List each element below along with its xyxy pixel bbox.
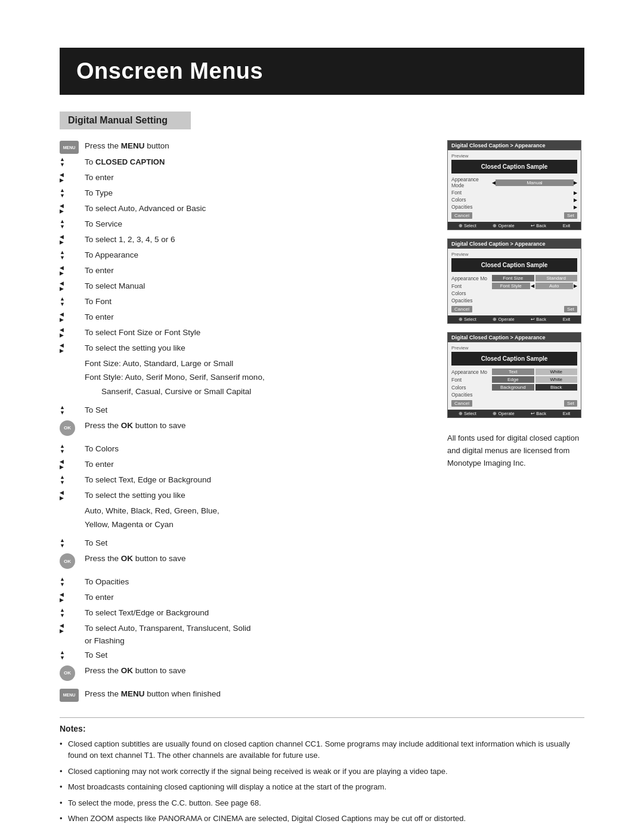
screen2-cancel-btn[interactable]: Cancel	[451, 306, 472, 312]
screen1-caption-sample: Closed Caption Sample	[451, 160, 577, 174]
arrow-ud-icon-4	[60, 249, 85, 261]
screen1-row-font: Font ▶	[451, 190, 577, 196]
screen3-footer-operate: ⊕ Operate	[493, 411, 514, 416]
instr-text-opacity-opts: To select Auto, Transparent, Translucent…	[85, 623, 429, 647]
arrow-ud-icon-3	[60, 218, 85, 230]
ok-btn-graphic-3: OK	[60, 665, 75, 681]
arrow-ud-icon-2	[60, 187, 85, 199]
arrow-lr-icon-11	[60, 592, 85, 603]
arrow-lr-icon-4	[60, 265, 85, 276]
screen1-font-arrow: ▶	[574, 190, 577, 196]
screen3-row-font: Font Edge White	[451, 376, 577, 383]
instr-appearance: To Appearance	[60, 249, 429, 262]
screen2-header: Digital Closed Caption > Appearance	[448, 239, 581, 249]
screen1-header: Digital Closed Caption > Appearance	[448, 141, 581, 150]
screen1-right-arrow: ▶	[574, 180, 577, 185]
arrow-ud-icon-10	[60, 576, 85, 587]
screen3-cancel-btn[interactable]: Cancel	[451, 400, 472, 407]
screen1-cancel-btn[interactable]: Cancel	[451, 212, 472, 219]
screen2-preview-label: Preview	[451, 252, 577, 257]
instr-text-setting2: To select the setting you like	[85, 490, 429, 501]
instr-1-6: To select 1, 2, 3, 4, 5 or 6	[60, 234, 429, 247]
screen2-footer-select: ⊕ Select	[459, 317, 476, 322]
instructions-column: MENU Press the MENU button To CLOSED CAP…	[60, 140, 429, 704]
instr-text-set2: To Set	[85, 537, 429, 549]
instr-menu-finish: MENU Press the MENU button when finished	[60, 688, 429, 702]
menu-button-icon-2: MENU	[60, 688, 85, 702]
screen3-val-edge: Edge	[492, 376, 534, 383]
instr-text-colors: To Colors	[85, 443, 429, 455]
screen2-row-colors: Colors	[451, 290, 577, 296]
instr-text-ok1: Press the OK button to save	[85, 420, 429, 432]
note-item-4: To select the mode, press the C.C. butto…	[60, 797, 584, 809]
instr-ok-save-1: OK Press the OK button to save	[60, 420, 429, 436]
screen2-row-opacities: Opacities	[451, 298, 577, 304]
screen1-footer-back: ↩ Back	[531, 223, 546, 228]
arrow-ud-icon-1	[60, 156, 85, 168]
arrow-ud-icon-8	[60, 474, 85, 485]
menu-btn-graphic-2: MENU	[60, 689, 79, 702]
screen3-val-bg: Background	[492, 384, 534, 391]
arrow-ud-icon-6	[60, 404, 85, 416]
screen2-val-standard: Standard	[535, 275, 578, 281]
screen1-footer-select: ⊕ Select	[459, 223, 476, 228]
screen1-label-colors: Colors	[451, 197, 492, 203]
instr-text-enter2: To enter	[85, 265, 429, 277]
arrow-ud-icon-5	[60, 296, 85, 307]
arrow-lr-icon-12	[60, 623, 85, 634]
screen2-footer-operate: ⊕ Operate	[493, 317, 514, 322]
arrow-lr-icon-6	[60, 311, 85, 323]
screen2-label-font: Font	[451, 283, 492, 289]
instr-enter-3: To enter	[60, 311, 429, 324]
instr-text-manual: To select Manual	[85, 280, 429, 292]
ok-button-icon-1: OK	[60, 420, 85, 436]
screen3-body: Preview Closed Caption Sample Appearance…	[448, 342, 581, 410]
arrow-lr-icon-5	[60, 280, 85, 292]
arrow-lr-icon-2	[60, 203, 85, 214]
screen2-footer: ⊕ Select ⊕ Operate ↩ Back Exit	[448, 315, 581, 323]
screen-mockup-3: Digital Closed Caption > Appearance Prev…	[447, 332, 581, 418]
instr-text-type: To Type	[85, 187, 429, 199]
menu-btn-graphic: MENU	[60, 141, 79, 154]
screen2-set-btn[interactable]: Set	[564, 306, 577, 312]
screen2-val-auto: Auto	[535, 283, 574, 289]
screen3-btn-row: Cancel Set	[451, 400, 577, 407]
arrow-lr-icon-10	[60, 490, 85, 501]
colors-note-line2: Yellow, Magenta or Cyan	[85, 519, 429, 531]
instr-service: To Service	[60, 218, 429, 231]
section-heading: Digital Manual Setting	[60, 112, 191, 129]
screen3-row-appearance: Appearance Mo Text White	[451, 368, 577, 375]
instr-opacity-options: To select Auto, Transparent, Translucent…	[60, 623, 429, 647]
notes-list: Closed caption subtitles are usually fou…	[60, 738, 584, 825]
screen1-set-btn[interactable]: Set	[564, 212, 577, 219]
side-info-text: All fonts used for digital closed captio…	[447, 432, 584, 469]
screen3-val-white1: White	[535, 368, 578, 375]
arrow-lr-icon-7	[60, 327, 85, 338]
screen1-row-colors: Colors ▶	[451, 197, 577, 203]
instr-enter-2: To enter	[60, 265, 429, 278]
screen-mockup-2: Digital Closed Caption > Appearance Prev…	[447, 239, 581, 324]
arrow-lr-icon-8	[60, 342, 85, 354]
note-item-1: Closed caption subtitles are usually fou…	[60, 738, 584, 761]
instr-text-ok3: Press the OK button to save	[85, 665, 429, 677]
screen1-label-opacities: Opacities	[451, 204, 492, 210]
instr-set-1: To Set	[60, 404, 429, 417]
instr-type: To Type	[60, 187, 429, 200]
instr-text-opacities: To Opacities	[85, 576, 429, 588]
instr-text-service: To Service	[85, 218, 429, 230]
screen1-footer-operate: ⊕ Operate	[493, 223, 514, 228]
screen3-val-text: Text	[492, 368, 534, 375]
screen2-left-arrow: ◀	[531, 283, 534, 289]
screen2-val-fontstyle: Font Style	[492, 283, 530, 289]
page-title: Onscreen Menus	[60, 48, 584, 95]
instr-enter-4: To enter	[60, 459, 429, 472]
note-item-5: When ZOOM aspects like PANORAMA or CINEM…	[60, 813, 584, 825]
screen3-set-btn[interactable]: Set	[564, 400, 577, 407]
instr-text-font-size-style: To select Font Size or Font Style	[85, 327, 429, 339]
instr-set-2: To Set	[60, 537, 429, 550]
ok-btn-graphic-2: OK	[60, 553, 75, 569]
instr-text-menu: Press the MENU button	[85, 140, 429, 152]
instr-menu-press: MENU Press the MENU button	[60, 140, 429, 154]
notes-section: Notes: Closed caption subtitles are usua…	[60, 717, 584, 825]
ok-button-icon-2: OK	[60, 553, 85, 569]
